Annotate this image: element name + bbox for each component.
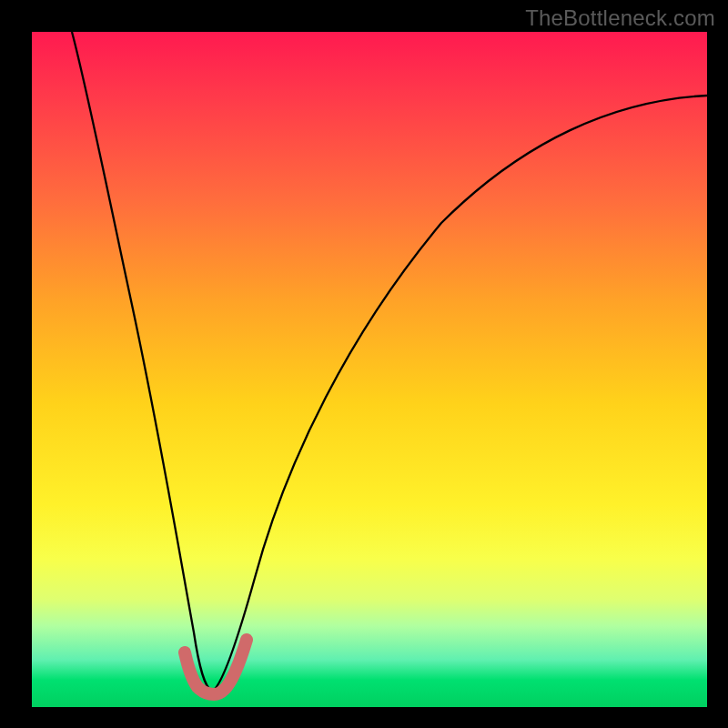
watermark-text: TheBottleneck.com <box>525 5 715 31</box>
valley-marker <box>185 640 247 694</box>
plot-area <box>32 32 707 707</box>
bottleneck-curve <box>72 32 707 692</box>
curves-svg <box>32 32 707 707</box>
chart-frame: TheBottleneck.com <box>0 0 728 728</box>
